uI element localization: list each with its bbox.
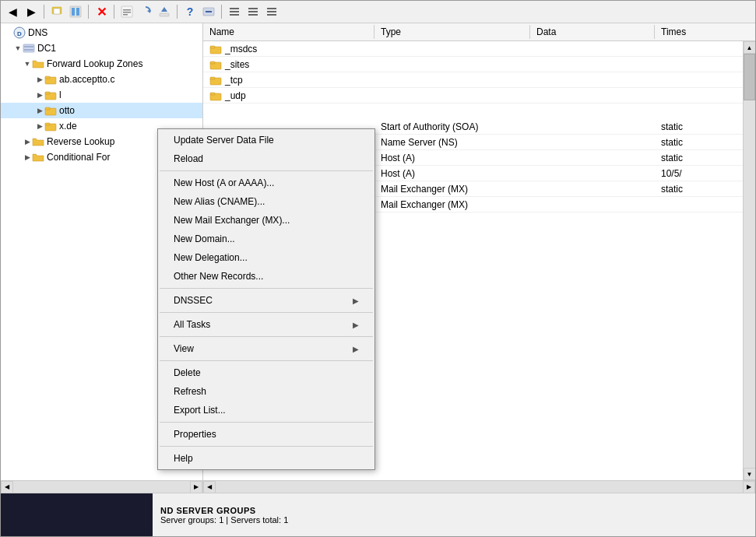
folder-forward-icon	[32, 58, 44, 70]
status-detail: Server groups: 1 | Servers total: 1	[160, 515, 747, 525]
col-data[interactable]: Data	[530, 25, 655, 39]
export-button[interactable]	[156, 3, 173, 20]
right-hscroll-right-btn[interactable]: ▶	[743, 481, 755, 493]
action3-button[interactable]	[263, 3, 280, 20]
tree-item-dns[interactable]: D DNS	[1, 25, 202, 40]
action1-button[interactable]	[226, 3, 243, 20]
ctx-export-list[interactable]: Export List...	[158, 401, 374, 419]
svg-rect-22	[267, 14, 276, 16]
folder-reverse-icon	[32, 135, 44, 148]
col-name[interactable]: Name	[203, 25, 374, 39]
right-hscroll-track[interactable]	[216, 481, 743, 493]
svg-rect-1	[54, 9, 60, 14]
ctx-sep-4	[160, 336, 373, 337]
tree-item-l[interactable]: ▶ l	[1, 87, 202, 103]
forward-button[interactable]: ▶	[23, 3, 40, 20]
tree-item-otto[interactable]: ▶ otto	[1, 103, 202, 118]
svg-rect-39	[210, 61, 215, 64]
tree-label-otto: otto	[59, 105, 75, 116]
tree-item-dc1[interactable]: ▼ DC1	[1, 40, 202, 56]
expander-ab[interactable]: ▶	[35, 75, 44, 84]
cell-type-mx1: Mail Exchanger (MX)	[378, 184, 533, 195]
svg-rect-31	[45, 92, 50, 94]
right-hscroll-left-btn[interactable]: ◀	[203, 481, 216, 493]
back-button[interactable]: ◀	[4, 3, 21, 20]
action2-button[interactable]	[244, 3, 262, 20]
hscroll-track[interactable]	[13, 481, 190, 493]
show-hide-button[interactable]	[67, 3, 84, 20]
cell-ts-ha2: 10/5/	[658, 168, 740, 179]
tree-label-l: l	[59, 90, 62, 100]
up-button[interactable]	[48, 3, 65, 20]
list-item[interactable]: _udp	[203, 88, 743, 104]
tree-label-conditional: Conditional For	[47, 152, 110, 163]
dns-icon: D	[13, 26, 26, 39]
expander-otto[interactable]: ▶	[35, 106, 44, 115]
bottom-right-status: ND SERVER GROUPS Server groups: 1 | Serv…	[153, 493, 755, 536]
ctx-update-server[interactable]: Update Server Data File	[158, 131, 374, 149]
expander-dns[interactable]	[4, 28, 13, 37]
ctx-new-alias[interactable]: New Alias (CNAME)...	[158, 192, 374, 211]
ctx-other-records[interactable]: Other New Records...	[158, 267, 374, 286]
ctx-sep-7	[160, 446, 373, 447]
connect-button[interactable]	[200, 3, 217, 20]
vscroll-down-btn[interactable]: ▼	[744, 468, 756, 480]
toolbar-sep-2	[88, 5, 89, 19]
folder-sites-icon	[209, 58, 222, 71]
hscroll-right-btn[interactable]: ▶	[190, 481, 202, 493]
tree-item-forward[interactable]: ▼ Forward Lookup Zones	[1, 56, 202, 72]
refresh-button[interactable]	[137, 3, 154, 20]
ctx-dnssec[interactable]: DNSSEC ▶	[158, 291, 374, 310]
list-item[interactable]: _msdcs	[203, 41, 743, 57]
svg-rect-16	[230, 14, 239, 16]
svg-rect-33	[45, 107, 50, 110]
expander-l[interactable]: ▶	[35, 90, 44, 100]
expander-dc1[interactable]: ▼	[13, 44, 23, 53]
svg-rect-10	[160, 13, 169, 16]
ctx-sep-5	[160, 360, 373, 361]
folder-udp-icon	[209, 90, 222, 102]
tree-label-ab: ab.acceptto.c	[59, 74, 114, 85]
toolbar-sep-4	[177, 5, 178, 19]
toolbar-sep-1	[44, 5, 44, 19]
delete-button[interactable]: ✕	[93, 3, 110, 20]
list-item[interactable]: _sites	[203, 57, 743, 72]
ctx-new-mx[interactable]: New Mail Exchanger (MX)...	[158, 211, 374, 230]
ctx-new-domain[interactable]: New Domain...	[158, 230, 374, 248]
ctx-properties[interactable]: Properties	[158, 425, 374, 444]
svg-rect-15	[230, 11, 239, 12]
ctx-delete[interactable]: Delete	[158, 363, 374, 382]
vscroll-thumb[interactable]	[744, 54, 755, 100]
ctx-refresh[interactable]: Refresh	[158, 382, 374, 401]
ctx-new-delegation[interactable]: New Delegation...	[158, 248, 374, 267]
svg-rect-20	[267, 8, 276, 9]
ctx-view[interactable]: View ▶	[158, 339, 374, 358]
ctx-help[interactable]: Help	[158, 449, 374, 468]
svg-rect-19	[248, 14, 258, 16]
col-type[interactable]: Type	[374, 25, 530, 39]
ctx-dnssec-arrow: ▶	[353, 297, 359, 305]
expander-xde[interactable]: ▶	[35, 121, 44, 131]
tree-item-ab[interactable]: ▶ ab.acceptto.c	[1, 72, 202, 87]
cell-type-ha2: Host (A)	[378, 168, 533, 179]
ctx-all-tasks[interactable]: All Tasks ▶	[158, 315, 374, 334]
svg-text:D: D	[17, 30, 22, 37]
expander-reverse[interactable]: ▶	[23, 137, 32, 146]
hscroll-left-btn[interactable]: ◀	[1, 481, 13, 493]
properties-button[interactable]	[118, 3, 135, 20]
folder-ab-icon	[44, 73, 57, 86]
expander-conditional[interactable]: ▶	[23, 153, 32, 162]
vscroll-track[interactable]	[744, 54, 755, 468]
list-header: Name Type Data Times	[203, 23, 755, 41]
toolbar-sep-3	[114, 5, 114, 19]
ctx-reload[interactable]: Reload	[158, 149, 374, 168]
ctx-all-tasks-arrow: ▶	[353, 321, 359, 329]
ctx-new-host[interactable]: New Host (A or AAAA)...	[158, 174, 374, 192]
svg-rect-25	[23, 44, 34, 52]
expander-forward[interactable]: ▼	[23, 59, 32, 68]
ctx-view-arrow: ▶	[353, 345, 359, 353]
col-timestamp[interactable]: Times	[655, 25, 755, 39]
help-button[interactable]: ?	[181, 3, 199, 20]
list-item[interactable]: _tcp	[203, 72, 743, 88]
vscroll-up-btn[interactable]: ▲	[744, 41, 756, 54]
